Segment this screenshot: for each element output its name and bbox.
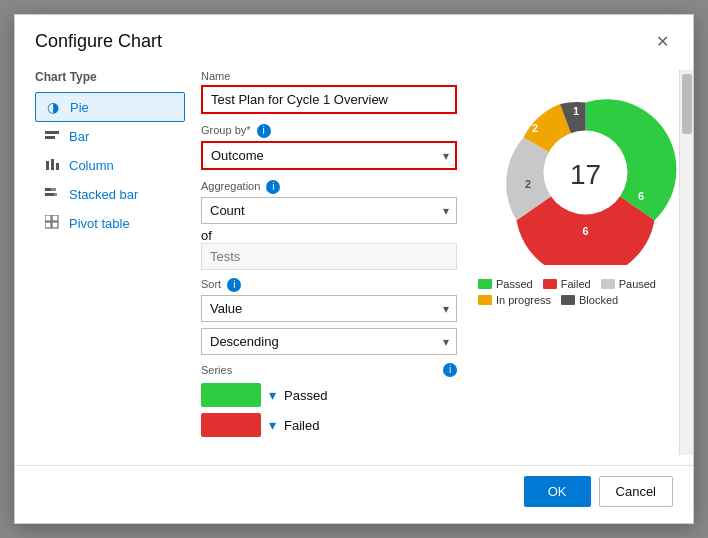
pie-chart-svg: 6 6 2 2 1: [493, 80, 678, 265]
svg-rect-0: [45, 131, 59, 134]
chart-type-stacked-bar-label: Stacked bar: [69, 187, 138, 202]
series-item-failed: ▾ Failed: [201, 413, 457, 437]
series-info-icon: i: [443, 363, 457, 377]
group-by-label: Group by* i: [201, 124, 457, 138]
legend-label-inprogress: In progress: [496, 294, 551, 306]
label-blocked: 1: [573, 105, 579, 117]
chart-type-pie[interactable]: ◑ Pie: [35, 92, 185, 122]
series-name-failed: Failed: [284, 418, 319, 433]
aggregation-wrapper: Count: [201, 197, 457, 224]
aggregation-select[interactable]: Count: [201, 197, 457, 224]
legend-paused: Paused: [601, 278, 656, 290]
sort-order-wrapper: Descending: [201, 328, 457, 355]
sort-value-select[interactable]: Value: [201, 295, 457, 322]
sort-order-select[interactable]: Descending: [201, 328, 457, 355]
label-inprogress: 2: [532, 122, 538, 134]
dialog-title: Configure Chart: [35, 31, 162, 52]
legend-label-passed: Passed: [496, 278, 533, 290]
svg-rect-12: [52, 222, 58, 228]
legend-passed: Passed: [478, 278, 533, 290]
ok-button[interactable]: OK: [524, 476, 591, 507]
legend-blocked: Blocked: [561, 294, 618, 306]
of-input[interactable]: [201, 243, 457, 270]
aggregation-info-icon: i: [266, 180, 280, 194]
svg-rect-4: [56, 163, 59, 170]
svg-rect-2: [46, 161, 49, 170]
svg-rect-1: [45, 136, 55, 139]
legend-color-failed: [543, 279, 557, 289]
legend-color-paused: [601, 279, 615, 289]
dialog-title-bar: Configure Chart ✕: [15, 15, 693, 60]
close-button[interactable]: ✕: [652, 32, 673, 52]
legend-label-blocked: Blocked: [579, 294, 618, 306]
series-dropdown-passed[interactable]: ▾: [269, 387, 276, 403]
stacked-bar-icon: [43, 186, 61, 203]
legend-label-paused: Paused: [619, 278, 656, 290]
svg-rect-9: [45, 215, 51, 221]
group-by-wrapper: Outcome: [201, 141, 457, 170]
svg-rect-3: [51, 159, 54, 170]
cancel-button[interactable]: Cancel: [599, 476, 673, 507]
series-name-passed: Passed: [284, 388, 327, 403]
chart-type-column-label: Column: [69, 158, 114, 173]
dialog-body: Chart Type ◑ Pie Bar Column: [15, 60, 693, 465]
svg-rect-8: [54, 193, 57, 196]
chart-legend: Passed Failed Paused In progress Blocked: [478, 278, 678, 306]
group-by-info-icon: i: [257, 124, 271, 138]
chart-type-bar[interactable]: Bar: [35, 122, 185, 151]
label-paused: 2: [525, 178, 531, 190]
group-by-select[interactable]: Outcome: [201, 141, 457, 170]
legend-label-failed: Failed: [561, 278, 591, 290]
series-color-passed: [201, 383, 261, 407]
series-dropdown-failed[interactable]: ▾: [269, 417, 276, 433]
configure-chart-dialog: Configure Chart ✕ Chart Type ◑ Pie Bar: [14, 14, 694, 524]
legend-color-blocked: [561, 295, 575, 305]
chart-type-pivot-table[interactable]: Pivot table: [35, 209, 185, 238]
dialog-footer: OK Cancel: [15, 465, 693, 523]
pie-icon: ◑: [44, 99, 62, 115]
chart-type-panel: Chart Type ◑ Pie Bar Column: [15, 70, 185, 455]
legend-inprogress: In progress: [478, 294, 551, 306]
label-failed: 6: [582, 225, 588, 237]
scrollbar[interactable]: [679, 70, 693, 455]
chart-type-pie-label: Pie: [70, 100, 89, 115]
sort-info-icon: i: [227, 278, 241, 292]
legend-color-passed: [478, 279, 492, 289]
legend-color-inprogress: [478, 295, 492, 305]
chart-type-bar-label: Bar: [69, 129, 89, 144]
chart-type-pivot-table-label: Pivot table: [69, 216, 130, 231]
svg-rect-7: [45, 193, 54, 196]
sort-value-wrapper: Value: [201, 295, 457, 322]
bar-icon: [43, 128, 61, 145]
donut-hole: [544, 131, 628, 215]
series-label: Series i: [201, 363, 457, 377]
legend-failed: Failed: [543, 278, 591, 290]
column-icon: [43, 157, 61, 174]
svg-rect-5: [45, 188, 51, 191]
sort-label: Sort i: [201, 278, 457, 292]
chart-type-stacked-bar[interactable]: Stacked bar: [35, 180, 185, 209]
label-passed: 6: [638, 190, 644, 202]
chart-type-column[interactable]: Column: [35, 151, 185, 180]
of-label: of: [201, 228, 457, 243]
chart-preview-panel: 6 6 2 2 1 17: [473, 70, 693, 455]
aggregation-label: Aggregation i: [201, 180, 457, 194]
chart-config-panel: Name Group by* i Outcome Aggregation i C…: [185, 70, 473, 455]
pie-chart: 6 6 2 2 1 17: [493, 80, 678, 270]
svg-rect-10: [52, 215, 58, 221]
chart-type-label: Chart Type: [35, 70, 185, 84]
scrollbar-thumb[interactable]: [682, 74, 692, 134]
name-input[interactable]: [201, 85, 457, 114]
svg-rect-11: [45, 222, 51, 228]
svg-rect-6: [51, 188, 56, 191]
series-item-passed: ▾ Passed: [201, 383, 457, 407]
pivot-table-icon: [43, 215, 61, 232]
name-label: Name: [201, 70, 457, 82]
series-color-failed: [201, 413, 261, 437]
